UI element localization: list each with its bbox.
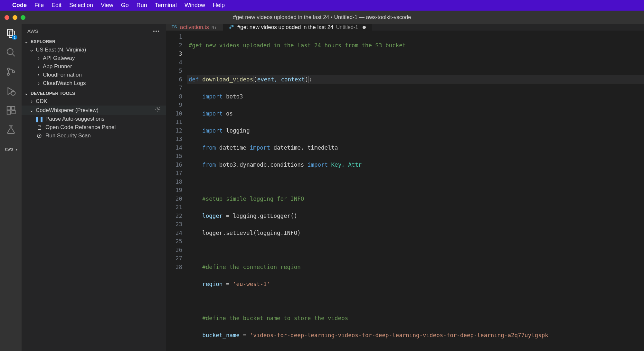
chevron-right-icon: › (36, 80, 41, 87)
open-reference-panel-action[interactable]: Open Code Reference Panel (22, 123, 166, 132)
service-cloudformation[interactable]: › CloudFormation (22, 71, 166, 79)
explorer-icon[interactable]: 1 (5, 27, 17, 39)
service-cloudwatch-logs[interactable]: › CloudWatch Logs (22, 79, 166, 88)
gear-icon[interactable] (155, 106, 161, 114)
debug-start-icon (36, 133, 42, 139)
action-label: Open Code Reference Panel (45, 124, 116, 131)
code-content[interactable]: #get new videos uploaded in the last 24 … (187, 31, 644, 351)
chevron-right-icon: › (29, 98, 34, 105)
menubar-terminal[interactable]: Terminal (155, 2, 177, 9)
tab-untitled-1[interactable]: #get new videos uploaded in the last 24 … (223, 24, 372, 31)
extensions-icon[interactable] (5, 105, 17, 116)
explorer-badge: 1 (12, 35, 17, 40)
pause-suggestions-action[interactable]: ❚❚ Pause Auto-suggestions (22, 115, 166, 123)
menubar-selection[interactable]: Selection (69, 2, 93, 9)
chevron-down-icon: ⌄ (29, 107, 34, 114)
cdk-item[interactable]: › CDK (22, 97, 166, 106)
tab-filename: #get new videos uploaded in the last 24 (237, 24, 334, 31)
testing-icon[interactable] (5, 124, 17, 135)
tab-filename: activation.ts (180, 24, 209, 31)
menubar-help[interactable]: Help (213, 2, 225, 9)
typescript-file-icon: TS (172, 24, 177, 30)
file-icon (36, 125, 42, 130)
svg-point-4 (7, 68, 9, 70)
code-comment: #get new videos uploaded in the last 24 … (189, 42, 406, 49)
editor-tabs: TS activation.ts 9+ #get new videos uplo… (166, 24, 644, 31)
line-gutter: 1234567891011121314151617181920212223242… (166, 31, 187, 351)
chevron-down-icon: ⌄ (24, 39, 29, 44)
cdk-label: CDK (36, 98, 47, 105)
tab-subtitle: Untitled-1 (336, 24, 358, 30)
maximize-window-button[interactable] (21, 15, 25, 20)
window-title: #get new videos uploaded in the last 24 … (233, 14, 411, 21)
explorer-section[interactable]: ⌄ EXPLORER (22, 38, 166, 45)
menubar-go[interactable]: Go (121, 2, 129, 9)
tab-activation-ts[interactable]: TS activation.ts 9+ (166, 24, 223, 31)
svg-point-6 (12, 71, 14, 73)
code-editor[interactable]: 1234567891011121314151617181920212223242… (166, 31, 644, 351)
menubar-edit[interactable]: Edit (52, 2, 62, 9)
codewhisperer-item[interactable]: ⌄ CodeWhisperer (Preview) (22, 106, 166, 115)
svg-rect-11 (12, 110, 15, 114)
macos-menubar: Code File Edit Selection View Go Run Ter… (0, 0, 644, 11)
sidebar-more-icon[interactable]: ••• (153, 28, 160, 34)
menubar-window[interactable]: Window (185, 2, 205, 9)
menubar-view[interactable]: View (101, 2, 113, 9)
region-item[interactable]: ⌄ US East (N. Virginia) (22, 45, 166, 54)
chevron-right-icon: › (36, 72, 41, 78)
svg-point-2 (7, 49, 13, 55)
service-label: API Gateway (43, 55, 75, 61)
action-label: Pause Auto-suggestions (45, 116, 104, 122)
chevron-down-icon: ⌄ (29, 46, 34, 53)
menubar-run[interactable]: Run (137, 2, 147, 9)
sidebar-title: AWS (27, 28, 38, 34)
minimize-window-button[interactable] (13, 15, 17, 20)
dirty-indicator-icon (363, 26, 366, 29)
tab-problems-badge: 9+ (212, 25, 217, 30)
editor-area: TS activation.ts 9+ #get new videos uplo… (166, 24, 644, 351)
service-label: App Runner (43, 63, 72, 70)
chevron-right-icon: › (36, 63, 41, 70)
run-debug-icon[interactable] (5, 85, 17, 97)
source-control-icon[interactable] (5, 66, 17, 78)
run-security-scan-action[interactable]: Run Security Scan (22, 132, 166, 140)
svg-point-5 (7, 73, 9, 76)
service-api-gateway[interactable]: › API Gateway (22, 54, 166, 62)
aws-icon[interactable]: aws▸ (5, 143, 17, 155)
chevron-right-icon: › (36, 55, 41, 61)
dev-tools-label: DEVELOPER TOOLS (31, 91, 75, 96)
service-app-runner[interactable]: › App Runner (22, 62, 166, 71)
svg-rect-10 (7, 111, 11, 114)
service-label: CloudFormation (43, 72, 82, 78)
svg-rect-0 (7, 29, 13, 36)
action-label: Run Security Scan (45, 133, 91, 139)
sidebar: AWS ••• ⌄ EXPLORER ⌄ US East (N. Virgini… (22, 24, 166, 351)
pause-icon: ❚❚ (36, 116, 42, 122)
window-controls (0, 15, 25, 20)
developer-tools-section[interactable]: ⌄ DEVELOPER TOOLS (22, 89, 166, 97)
window-titlebar: #get new videos uploaded in the last 24 … (0, 11, 644, 24)
explorer-section-label: EXPLORER (31, 39, 55, 44)
region-label: US East (N. Virginia) (36, 47, 86, 53)
activity-bar: 1 aws▸ (0, 24, 22, 351)
search-icon[interactable] (5, 47, 17, 58)
menubar-app[interactable]: Code (12, 2, 27, 9)
menubar-file[interactable]: File (34, 2, 44, 9)
chevron-down-icon: ⌄ (24, 91, 29, 96)
codewhisperer-label: CodeWhisperer (Preview) (36, 107, 99, 114)
svg-line-3 (12, 54, 15, 56)
python-file-icon (229, 24, 235, 30)
svg-rect-8 (7, 106, 11, 110)
svg-point-12 (157, 109, 159, 110)
svg-rect-9 (11, 106, 15, 110)
service-label: CloudWatch Logs (43, 80, 86, 87)
sidebar-header: AWS ••• (22, 24, 166, 38)
close-window-button[interactable] (5, 15, 9, 20)
